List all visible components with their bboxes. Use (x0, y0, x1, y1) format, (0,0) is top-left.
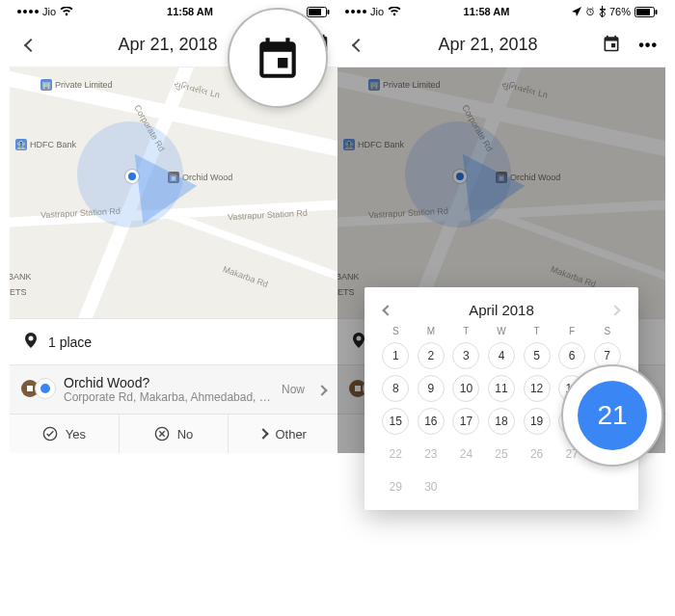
highlight-calendar-icon (228, 8, 328, 108)
status-bar: Jio 11:58 AM 76% (338, 0, 665, 23)
other-button[interactable]: Other (229, 415, 338, 453)
svg-rect-3 (27, 386, 33, 391)
wifi-icon (60, 7, 73, 16)
calendar-day[interactable]: 15 (382, 408, 409, 435)
calendar-month-label: April 2018 (469, 302, 534, 318)
svg-rect-9 (655, 10, 657, 14)
calendar-day: 25 (488, 441, 515, 468)
battery-icon (634, 7, 658, 17)
calendar-day[interactable]: 8 (382, 375, 409, 402)
calendar-day[interactable]: 17 (452, 408, 479, 435)
calendar-day[interactable]: 4 (488, 342, 515, 369)
calendar-day[interactable]: 3 (452, 342, 479, 369)
carrier-label: Jio (370, 6, 384, 17)
highlight-day-label: 21 (578, 381, 647, 450)
calendar-day: 24 (452, 441, 479, 468)
calendar-day[interactable]: 2 (418, 342, 445, 369)
calendar-day[interactable]: 19 (524, 408, 551, 435)
my-location-dot (125, 170, 139, 183)
calendar-day[interactable]: 5 (524, 342, 551, 369)
calendar-day[interactable]: 11 (488, 375, 515, 402)
calendar-day: 23 (418, 441, 445, 468)
alarm-icon (585, 7, 595, 16)
calendar-day: 26 (524, 441, 551, 468)
calendar-weekday-row: SMTWTFS (378, 326, 625, 336)
calendar-day[interactable]: 10 (452, 375, 479, 402)
calendar-day: 30 (418, 473, 445, 500)
poi-hdfc[interactable]: 🏦HDFC Bank (15, 139, 76, 150)
timeline-item-address: Corporate Rd, Makarba, Ahmedabad, Gujara… (64, 390, 272, 404)
header-date: Apr 21, 2018 (372, 35, 604, 55)
status-time: 11:58 AM (167, 6, 213, 17)
back-button[interactable] (17, 40, 44, 50)
calendar-day[interactable]: 1 (382, 342, 409, 369)
signal-icon (17, 10, 39, 13)
timeline-item-now: Now (282, 383, 305, 396)
calendar-day[interactable]: 16 (418, 408, 445, 435)
poi-bank: BANK (10, 272, 32, 281)
confirm-bar: Yes No Other (10, 414, 338, 453)
no-button[interactable]: No (120, 415, 230, 453)
more-icon[interactable]: ••• (638, 37, 658, 54)
calendar-day: 22 (382, 441, 409, 468)
calendar-icon[interactable] (602, 34, 621, 57)
calendar-prev-month[interactable] (384, 301, 392, 318)
calendar-next-month[interactable] (611, 301, 619, 318)
calendar-day[interactable]: 18 (488, 408, 515, 435)
calendar-day[interactable]: 12 (524, 375, 551, 402)
calendar-day: 29 (382, 473, 409, 500)
battery-percent: 76% (609, 6, 631, 17)
wifi-icon (388, 7, 401, 16)
poi-ets: ETS (10, 287, 27, 297)
signal-icon (345, 10, 366, 13)
yes-button[interactable]: Yes (10, 415, 120, 453)
back-button[interactable] (345, 40, 372, 50)
svg-rect-2 (327, 10, 329, 14)
chevron-right-icon (318, 381, 326, 398)
place-pin-icon (25, 333, 39, 351)
calendar-day[interactable]: 9 (418, 375, 445, 402)
road-label: Makarba Rd (222, 264, 269, 289)
svg-rect-1 (309, 9, 321, 15)
carrier-label: Jio (42, 6, 56, 17)
status-time: 11:58 AM (464, 6, 510, 17)
timeline-item-icon (21, 378, 54, 401)
bluetooth-icon (599, 6, 606, 17)
highlight-selected-day: 21 (561, 364, 663, 467)
places-summary: 1 place (10, 318, 338, 365)
places-count-label: 1 place (48, 335, 92, 350)
timeline-item[interactable]: Orchid Wood? Corporate Rd, Makarba, Ahme… (10, 365, 338, 414)
header-bar: Apr 21, 2018 ••• (338, 23, 665, 67)
location-services-icon (572, 7, 581, 16)
timeline-item-name: Orchid Wood? (64, 375, 272, 390)
svg-rect-8 (636, 9, 650, 15)
battery-icon (307, 7, 330, 17)
calendar-day[interactable]: 6 (558, 342, 585, 369)
poi-private-limited[interactable]: 🏢Private Limited (40, 79, 113, 91)
